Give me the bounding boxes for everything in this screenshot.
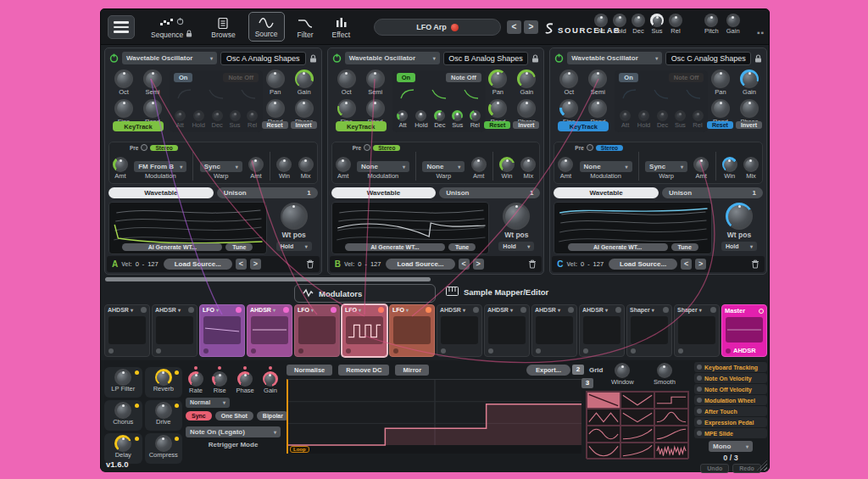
osc-b-rand-phase-knob[interactable] bbox=[488, 99, 507, 118]
osc-a-env-dec-knob[interactable] bbox=[212, 110, 223, 121]
osc-c-wavetable-display[interactable]: AI Generate WT...Tune bbox=[554, 202, 712, 254]
osc-c-mix-knob[interactable] bbox=[743, 157, 759, 172]
osc-a-env-mode-button[interactable]: Note Off bbox=[223, 73, 259, 82]
osc-a-vel-max[interactable]: 127 bbox=[147, 260, 159, 268]
osc-c-semi-knob[interactable] bbox=[588, 70, 607, 88]
osc-c-env-mode-button[interactable]: Note Off bbox=[669, 73, 704, 82]
osc-b-vel-min[interactable]: 0 bbox=[358, 260, 361, 268]
modulators-bar-button[interactable]: Modulators bbox=[294, 284, 436, 303]
osc-c-type-select[interactable]: Wavetable Oscillator▾ bbox=[567, 52, 662, 64]
osc-a-env-att-knob[interactable] bbox=[175, 110, 186, 121]
mod-slot-1-ahdsr[interactable]: AHDSR▾ bbox=[104, 304, 150, 357]
fx-lp-filter[interactable]: LP Filter bbox=[104, 367, 142, 398]
osc-b-env-mode-button[interactable]: Note Off bbox=[446, 73, 481, 82]
shape-sine[interactable] bbox=[587, 426, 620, 443]
lfo-rise-knob[interactable] bbox=[212, 371, 227, 387]
osc-c-mod-amt-knob[interactable] bbox=[558, 157, 573, 172]
osc-a-wtpos-knob[interactable] bbox=[281, 203, 308, 230]
smooth-knob[interactable] bbox=[657, 363, 672, 378]
osc-a-mod-amt-knob[interactable] bbox=[113, 157, 128, 172]
osc-c-warp-mode-select[interactable]: Sync▾ bbox=[645, 161, 687, 172]
osc-a-name-field[interactable]: Osc A Analog Shapes bbox=[220, 52, 306, 65]
tab-source[interactable]: Source bbox=[248, 12, 285, 42]
undo-button[interactable]: Undo bbox=[700, 464, 729, 473]
osc-c-vel-max[interactable]: 127 bbox=[593, 260, 604, 268]
osc-b-rand-knob[interactable] bbox=[366, 99, 385, 118]
osc-c-env-dec-knob[interactable] bbox=[657, 110, 668, 121]
loop-badge[interactable]: Loop bbox=[290, 446, 309, 453]
osc-a-invert-button[interactable]: Invert bbox=[291, 121, 317, 129]
mod-source-modulation-wheel[interactable]: Modulation Wheel bbox=[694, 395, 767, 405]
mod-slot-master[interactable]: Master AHDSR bbox=[721, 304, 767, 357]
osc-a-env-on-button[interactable]: On bbox=[174, 73, 192, 82]
lock-icon[interactable] bbox=[309, 51, 317, 66]
osc-b-keytrack-button[interactable]: KeyTrack bbox=[336, 121, 387, 131]
osc-a-warp-mode-select[interactable]: Sync▾ bbox=[200, 161, 242, 172]
osc-b-hold-select[interactable]: Hold▾ bbox=[498, 242, 534, 251]
normalise-button[interactable]: Normalise bbox=[287, 365, 332, 376]
osc-a-win-knob[interactable] bbox=[276, 157, 292, 172]
shape-valley[interactable] bbox=[620, 409, 654, 426]
remove-dc-button[interactable]: Remove DC bbox=[338, 365, 389, 376]
lfo-phase-knob[interactable] bbox=[237, 371, 253, 387]
export-button[interactable]: Export... bbox=[526, 365, 570, 376]
trash-icon[interactable] bbox=[306, 257, 314, 272]
osc-c-warp-amt-knob[interactable] bbox=[693, 157, 709, 172]
lfo-retrigger-select[interactable]: Note On (Legato)▾ bbox=[186, 426, 281, 437]
osc-b-load-source-button[interactable]: Load Source... bbox=[386, 259, 454, 270]
osc-c-stereo-button[interactable]: Stereo bbox=[596, 145, 623, 151]
osc-c-tab-unison[interactable]: Unison1 bbox=[662, 187, 763, 198]
osc-b-ai-generate-button[interactable]: AI Generate WT... bbox=[345, 243, 445, 251]
osc-a-source-prev-button[interactable]: < bbox=[236, 259, 247, 270]
osc-a-pan-knob[interactable] bbox=[266, 70, 285, 88]
osc-b-tab-unison[interactable]: Unison1 bbox=[439, 187, 540, 198]
osc-a-rand-phase-knob[interactable] bbox=[266, 99, 285, 118]
global-pitch-knob[interactable] bbox=[704, 14, 718, 27]
osc-b-env-sus-knob[interactable] bbox=[452, 110, 463, 121]
osc-a-tab-wavetable[interactable]: Wavetable bbox=[108, 187, 214, 198]
shape-s-curve[interactable] bbox=[654, 426, 688, 443]
shape-exp-valley[interactable] bbox=[587, 443, 620, 460]
osc-a-wavetable-display[interactable]: AI Generate WT...Tune bbox=[108, 202, 267, 254]
lfo-one-shot-button[interactable]: One Shot bbox=[215, 411, 253, 421]
osc-b-source-prev-button[interactable]: < bbox=[459, 259, 470, 270]
osc-a-type-select[interactable]: Wavetable Oscillator▾ bbox=[122, 52, 217, 64]
osc-c-win-knob[interactable] bbox=[722, 157, 737, 172]
osc-b-warp-amt-knob[interactable] bbox=[471, 157, 487, 172]
osc-c-hold-select[interactable]: Hold▾ bbox=[721, 242, 757, 251]
osc-b-env-att-knob[interactable] bbox=[397, 110, 408, 121]
osc-c-keytrack-button[interactable]: KeyTrack bbox=[558, 121, 609, 131]
lfo-gain-knob[interactable] bbox=[263, 371, 278, 387]
osc-a-oct-knob[interactable] bbox=[114, 70, 133, 88]
osc-c-mod-source-select[interactable]: None▾ bbox=[580, 161, 632, 172]
voice-mode-select[interactable]: Mono▾ bbox=[709, 441, 753, 452]
mod-source-note-off-velocity[interactable]: Note Off Velocity bbox=[694, 384, 767, 394]
osc-a-load-source-button[interactable]: Load Source... bbox=[164, 259, 232, 270]
osc-a-fine-knob[interactable] bbox=[114, 99, 133, 118]
hamburger-menu-button[interactable] bbox=[108, 15, 135, 39]
osc-b-wavetable-display[interactable]: AI Generate WT...Tune bbox=[331, 202, 490, 254]
osc-a-mix-knob[interactable] bbox=[298, 157, 314, 172]
mod-slot-10-ahdsr[interactable]: AHDSR▾ bbox=[531, 304, 577, 357]
osc-b-reset-button[interactable]: Reset bbox=[484, 121, 510, 129]
tab-filter[interactable]: Filter bbox=[292, 14, 320, 42]
macro-rel-knob[interactable] bbox=[669, 14, 682, 27]
mod-source-expression-pedal[interactable]: Expression Pedal bbox=[694, 417, 767, 427]
osc-b-mod-amt-knob[interactable] bbox=[336, 157, 351, 172]
osc-a-hold-select[interactable]: Hold▾ bbox=[276, 242, 312, 251]
osc-b-power-button[interactable] bbox=[332, 51, 342, 66]
osc-a-power-button[interactable] bbox=[109, 51, 119, 66]
lfo-mode-select[interactable]: Normal▾ bbox=[186, 398, 230, 408]
sample-mapper-button[interactable]: Sample Mapper/Editor bbox=[446, 287, 548, 298]
osc-a-tab-unison[interactable]: Unison1 bbox=[217, 187, 318, 198]
osc-c-source-next-button[interactable]: > bbox=[695, 259, 706, 270]
shape-noise[interactable] bbox=[654, 443, 688, 460]
osc-b-name-field[interactable]: Osc B Analog Shapes bbox=[443, 52, 529, 65]
osc-b-env-rel-knob[interactable] bbox=[470, 110, 481, 121]
shape-saw-down[interactable] bbox=[587, 392, 620, 409]
shape-fold[interactable] bbox=[620, 392, 654, 409]
osc-a-phase-knob[interactable] bbox=[295, 99, 314, 118]
fx-drive[interactable]: Drive bbox=[145, 400, 183, 431]
osc-b-pre-toggle[interactable] bbox=[364, 144, 370, 151]
osc-c-phase-knob[interactable] bbox=[740, 99, 759, 118]
